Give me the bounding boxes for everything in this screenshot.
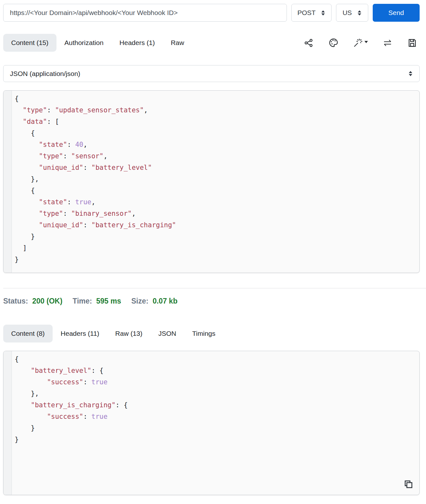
size-label: Size: <box>131 297 149 305</box>
tab-response-json[interactable]: JSON <box>150 325 184 342</box>
request-body-code: { "type": "update_sensor_states", "data"… <box>12 91 176 273</box>
editor-gutter <box>4 91 12 273</box>
content-type-select[interactable]: JSON (application/json) <box>3 65 420 82</box>
tab-response-headers[interactable]: Headers (11) <box>53 325 107 342</box>
tab-request-headers[interactable]: Headers (1) <box>111 34 163 52</box>
region-value: US <box>342 9 352 17</box>
response-tabs: Content (8) Headers (11) Raw (13) JSON T… <box>3 325 420 342</box>
palette-icon[interactable] <box>328 38 339 48</box>
response-body-viewer: { "battery_level": { "success": true }, … <box>3 351 420 495</box>
size-group: Size: 0.07 kb <box>131 297 178 305</box>
response-body-code: { "battery_level": { "success": true }, … <box>12 351 128 495</box>
response-status-bar: Status: 200 (OK) Time: 595 ms Size: 0.07… <box>3 297 423 305</box>
section-divider <box>3 288 426 289</box>
region-select[interactable]: US <box>336 4 368 22</box>
swap-arrows-icon[interactable] <box>383 38 392 48</box>
tab-response-raw[interactable]: Raw (13) <box>107 325 150 342</box>
magic-wand-icon[interactable] <box>353 38 368 48</box>
send-button[interactable]: Send <box>373 4 420 22</box>
time-label: Time: <box>73 297 92 305</box>
region-updown-icon <box>357 10 362 16</box>
size-value: 0.07 kb <box>153 297 177 305</box>
content-type-value: JSON (application/json) <box>10 70 80 78</box>
request-bar: https://<Your Domain>/api/webhook/<Your … <box>3 4 420 22</box>
tab-request-raw[interactable]: Raw <box>163 34 192 52</box>
tab-request-content[interactable]: Content (15) <box>3 34 56 52</box>
url-value: https://<Your Domain>/api/webhook/<Your … <box>10 9 178 17</box>
content-type-updown-icon <box>408 71 413 77</box>
time-value: 595 ms <box>96 297 121 305</box>
request-tabs: Content (15) Authorization Headers (1) R… <box>3 34 420 52</box>
url-input[interactable]: https://<Your Domain>/api/webhook/<Your … <box>3 4 287 22</box>
tab-response-timings[interactable]: Timings <box>184 325 223 342</box>
api-tester-page: https://<Your Domain>/api/webhook/<Your … <box>0 0 423 495</box>
caret-down-icon <box>364 41 368 43</box>
share-icon[interactable] <box>304 38 314 48</box>
time-group: Time: 595 ms <box>73 297 121 305</box>
tab-request-authorization[interactable]: Authorization <box>56 34 112 52</box>
method-updown-icon <box>321 10 325 16</box>
viewer-gutter <box>4 351 12 495</box>
copy-icon[interactable] <box>401 478 414 491</box>
status-label: Status: <box>3 297 28 305</box>
toolbar <box>304 38 420 48</box>
status-value: 200 (OK) <box>32 297 63 305</box>
method-value: POST <box>297 9 316 17</box>
status-group: Status: 200 (OK) <box>3 297 63 305</box>
tab-response-content[interactable]: Content (8) <box>3 325 53 342</box>
save-icon[interactable] <box>407 38 417 48</box>
request-body-editor[interactable]: { "type": "update_sensor_states", "data"… <box>3 90 420 273</box>
method-select[interactable]: POST <box>291 4 332 22</box>
